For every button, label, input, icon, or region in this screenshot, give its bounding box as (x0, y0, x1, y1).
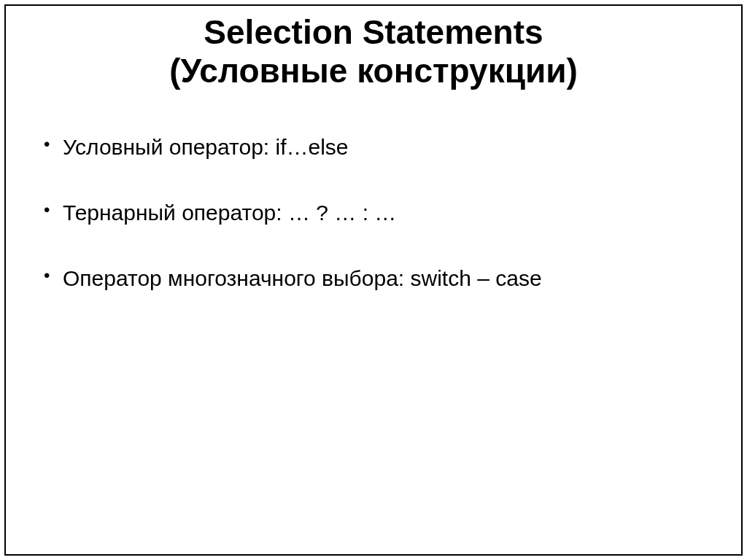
slide-title: Selection Statements (Условные конструкц… (6, 6, 741, 105)
title-line-2: (Условные конструкции) (6, 52, 741, 90)
bullet-list: Условный оператор: if…else Тернарный опе… (41, 134, 706, 292)
list-item: Тернарный оператор: … ? … : … (41, 200, 706, 226)
slide-content: Условный оператор: if…else Тернарный опе… (6, 105, 741, 292)
slide-frame: Selection Statements (Условные конструкц… (4, 4, 743, 556)
list-item: Условный оператор: if…else (41, 134, 706, 160)
title-line-1: Selection Statements (6, 13, 741, 52)
list-item: Оператор многозначного выбора: switch – … (41, 265, 706, 292)
